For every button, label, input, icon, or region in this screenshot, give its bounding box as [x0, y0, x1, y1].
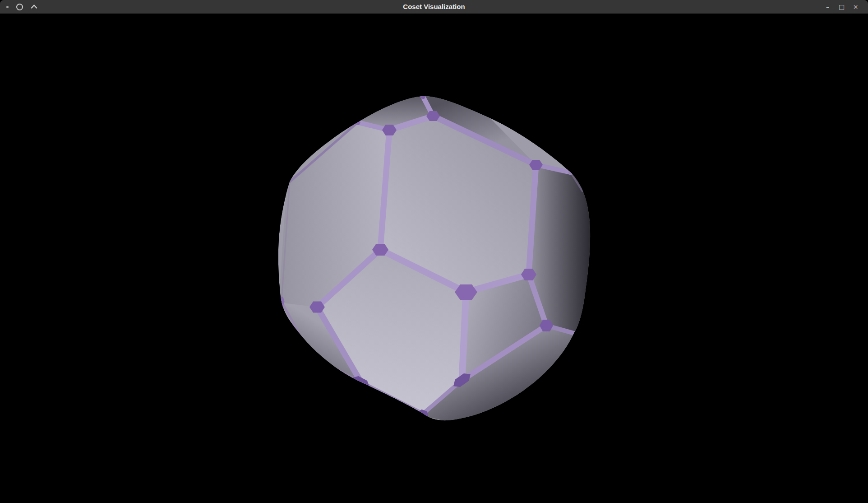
minimize-button[interactable]: – — [821, 0, 835, 14]
3d-viewport[interactable] — [0, 14, 868, 503]
titlebar-left-icons — [0, 3, 37, 11]
app-window: Coset Visualization – □ × — [0, 0, 868, 503]
titlebar: Coset Visualization – □ × — [0, 0, 868, 14]
chevron-up-icon[interactable] — [31, 3, 37, 11]
maximize-button[interactable]: □ — [835, 0, 849, 14]
circle-icon[interactable] — [16, 4, 23, 10]
window-title: Coset Visualization — [0, 0, 868, 14]
close-button[interactable]: × — [849, 0, 863, 14]
dot-icon — [6, 6, 9, 8]
polyhedron-render — [0, 14, 868, 503]
window-controls: – □ × — [821, 0, 868, 14]
